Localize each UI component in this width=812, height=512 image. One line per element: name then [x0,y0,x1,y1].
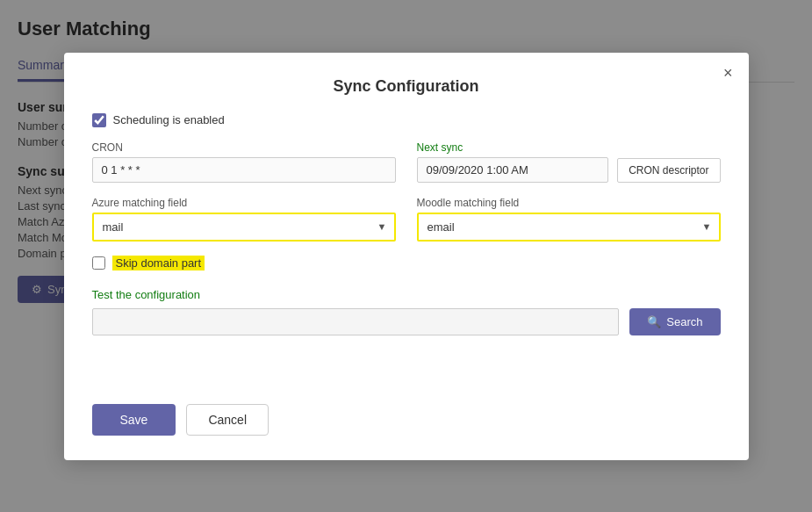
test-row: 🔍 Search [92,308,721,335]
next-sync-input[interactable] [417,157,609,183]
moodle-field-col: Moodle matching field email username idn… [417,197,721,242]
search-label: Search [666,315,702,328]
search-button[interactable]: 🔍 Search [629,308,720,335]
matching-fields-row: Azure matching field mail userPrincipalN… [92,197,721,242]
scheduling-checkbox[interactable] [92,113,106,127]
save-button[interactable]: Save [92,404,176,436]
cron-row: CRON Next sync CRON descriptor [92,141,721,183]
moodle-field-select[interactable]: email username idnumber [417,213,721,242]
modal-footer: Save Cancel [92,404,721,436]
test-config-input[interactable] [92,308,620,335]
skip-domain-row: Skip domain part [92,256,721,270]
moodle-select-wrapper: email username idnumber ▼ [417,213,721,242]
skip-domain-checkbox[interactable] [92,256,105,270]
next-sync-right: CRON descriptor [417,157,721,183]
modal-title: Sync Configuration [92,77,721,96]
cron-input[interactable] [92,157,396,183]
moodle-field-label: Moodle matching field [417,197,721,209]
cron-label: CRON [92,141,396,154]
next-sync-col: Next sync CRON descriptor [417,141,721,183]
skip-domain-label: Skip domain part [112,256,205,270]
cron-descriptor-button[interactable]: CRON descriptor [617,158,720,183]
cancel-button[interactable]: Cancel [186,404,269,436]
close-button[interactable]: × [723,65,733,81]
scheduling-row: Scheduling is enabled [92,113,721,127]
azure-field-col: Azure matching field mail userPrincipalN… [92,197,396,242]
next-sync-label: Next sync [417,141,721,154]
modal-overlay: Sync Configuration × Scheduling is enabl… [0,0,812,512]
test-config-label: Test the configuration [92,288,721,301]
search-icon: 🔍 [647,315,661,328]
azure-field-select[interactable]: mail userPrincipalName displayName objec… [92,213,396,242]
azure-select-wrapper: mail userPrincipalName displayName objec… [92,213,396,242]
cron-col: CRON [92,141,396,183]
azure-field-label: Azure matching field [92,197,396,209]
sync-config-modal: Sync Configuration × Scheduling is enabl… [64,53,749,460]
scheduling-label: Scheduling is enabled [113,113,225,126]
